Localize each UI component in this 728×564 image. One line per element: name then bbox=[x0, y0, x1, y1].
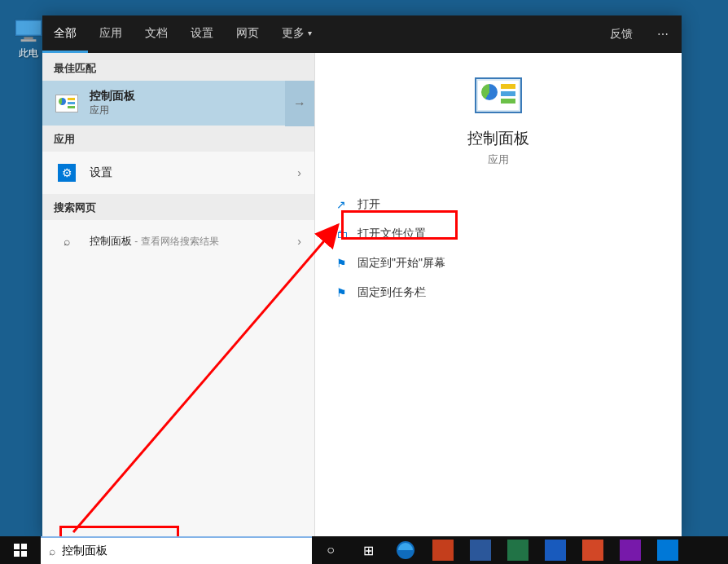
section-apps: 应用 bbox=[42, 126, 314, 152]
windows-icon bbox=[14, 544, 27, 557]
svg-rect-2 bbox=[24, 37, 33, 39]
taskbar-app[interactable] bbox=[424, 536, 462, 564]
action-pin-start[interactable]: ⚑ 固定到"开始"屏幕 bbox=[333, 249, 664, 278]
cortana-button[interactable]: ○ bbox=[312, 536, 349, 564]
results-list: 最佳匹配 控制面板 应用 → 应用 ⚙ 设置 › 搜索网页 ⌕ bbox=[42, 53, 315, 537]
chevron-right-icon: › bbox=[297, 235, 301, 248]
arrow-right-icon: → bbox=[293, 96, 306, 111]
tab-all[interactable]: 全部 bbox=[42, 15, 88, 53]
monitor-icon bbox=[13, 18, 44, 42]
result-web-search[interactable]: ⌕ 控制面板 - 查看网络搜索结果 › bbox=[42, 220, 314, 262]
action-open-file-location[interactable]: 🗀 打开文件位置 bbox=[333, 219, 664, 249]
pin-icon: ⚑ bbox=[336, 286, 357, 299]
tab-web[interactable]: 网页 bbox=[225, 15, 270, 53]
tab-more[interactable]: 更多▾ bbox=[270, 15, 323, 53]
chevron-right-icon: › bbox=[297, 166, 301, 179]
svg-rect-5 bbox=[14, 544, 20, 549]
result-subtitle: 应用 bbox=[90, 104, 303, 117]
search-results-panel: 全部 应用 文档 设置 网页 更多▾ 反馈 ⋯ 最佳匹配 控制面板 应用 → 应… bbox=[42, 15, 682, 537]
pin-icon: ⚑ bbox=[336, 257, 357, 270]
preview-subtitle: 应用 bbox=[315, 152, 682, 167]
search-input[interactable] bbox=[62, 544, 304, 557]
gear-icon: ⚙ bbox=[58, 164, 76, 182]
taskbar-search[interactable]: ⌕ bbox=[41, 536, 312, 564]
desktop-icon-label: 此电 bbox=[10, 46, 46, 60]
chevron-down-icon: ▾ bbox=[308, 29, 312, 37]
taskbar: ⌕ ○ ⊞ bbox=[0, 536, 728, 564]
expand-arrow-button[interactable]: → bbox=[285, 81, 314, 126]
task-view-button[interactable]: ⊞ bbox=[349, 536, 387, 564]
search-tabs: 全部 应用 文档 设置 网页 更多▾ 反馈 ⋯ bbox=[42, 15, 682, 53]
actions-list: ↗ 打开 🗀 打开文件位置 ⚑ 固定到"开始"屏幕 ⚑ 固定到任务栏 bbox=[315, 190, 682, 307]
preview-title: 控制面板 bbox=[315, 128, 682, 149]
search-icon: ⌕ bbox=[64, 235, 70, 248]
result-title: 控制面板 - 查看网络搜索结果 bbox=[90, 234, 303, 249]
start-button[interactable] bbox=[0, 536, 41, 564]
desktop-icon-this-pc[interactable]: 此电 bbox=[10, 18, 46, 60]
action-pin-taskbar[interactable]: ⚑ 固定到任务栏 bbox=[333, 278, 664, 307]
svg-rect-3 bbox=[20, 39, 36, 42]
folder-icon: 🗀 bbox=[336, 227, 357, 240]
section-best-match: 最佳匹配 bbox=[42, 53, 314, 81]
svg-rect-7 bbox=[14, 551, 20, 557]
section-web: 搜索网页 bbox=[42, 194, 314, 220]
taskbar-app-edge[interactable] bbox=[387, 536, 424, 564]
feedback-button[interactable]: 反馈 bbox=[599, 15, 644, 53]
edge-icon bbox=[395, 540, 416, 561]
tab-apps[interactable]: 应用 bbox=[88, 15, 134, 53]
search-icon: ⌕ bbox=[49, 544, 55, 557]
control-panel-icon bbox=[55, 95, 78, 112]
svg-rect-1 bbox=[16, 21, 41, 35]
result-control-panel[interactable]: 控制面板 应用 → bbox=[42, 81, 314, 126]
taskbar-app[interactable] bbox=[649, 536, 686, 564]
taskbar-app[interactable] bbox=[537, 536, 574, 564]
tab-docs[interactable]: 文档 bbox=[134, 15, 179, 53]
result-title: 设置 bbox=[90, 165, 303, 180]
taskbar-app[interactable] bbox=[612, 536, 649, 564]
svg-rect-8 bbox=[21, 551, 27, 557]
result-title: 控制面板 bbox=[90, 89, 303, 104]
taskbar-app[interactable] bbox=[574, 536, 612, 564]
preview-pane: 控制面板 应用 ↗ 打开 🗀 打开文件位置 ⚑ 固定到"开始"屏幕 ⚑ bbox=[315, 53, 682, 537]
result-settings-app[interactable]: ⚙ 设置 › bbox=[42, 152, 314, 194]
open-icon: ↗ bbox=[336, 198, 357, 211]
svg-rect-6 bbox=[21, 544, 27, 549]
taskbar-app[interactable] bbox=[462, 536, 499, 564]
tab-settings[interactable]: 设置 bbox=[179, 15, 225, 53]
taskbar-app[interactable] bbox=[499, 536, 537, 564]
control-panel-icon bbox=[475, 77, 522, 113]
ellipsis-icon[interactable]: ⋯ bbox=[644, 15, 682, 53]
action-open[interactable]: ↗ 打开 bbox=[333, 190, 664, 219]
